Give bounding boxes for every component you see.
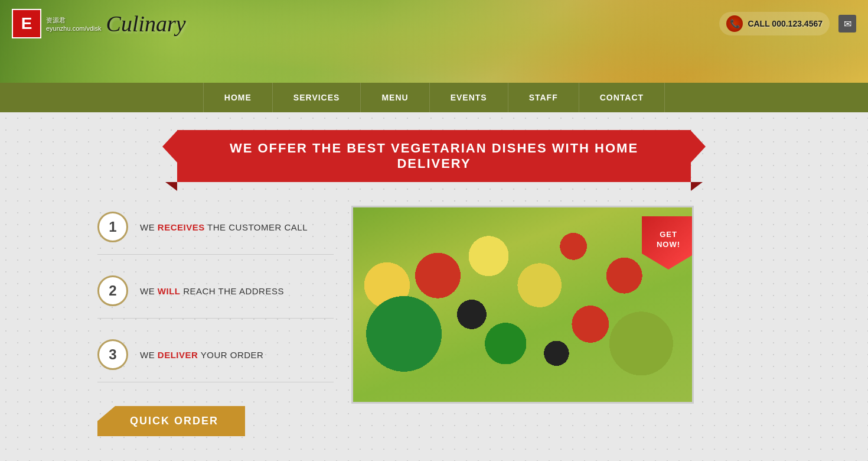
step-3-highlight: DELIVER — [158, 350, 198, 360]
step-1-prefix: WE — [140, 222, 158, 232]
nav-item-services[interactable]: SERVICES — [273, 83, 361, 112]
phone-number: CALL 000.123.4567 — [748, 19, 823, 28]
logo-text-area: 资源君 eyunzhu.com/vdisk — [46, 16, 102, 32]
phone-area: 📞 CALL 000.123.4567 — [719, 12, 830, 35]
quick-order-area: QUICK ORDER — [97, 406, 334, 436]
step-item-2: 2 WE WILL REACH THE ADDRESS — [97, 275, 334, 319]
main-content: WE OFFER THE BEST VEGETARIAN DISHES WITH… — [0, 112, 868, 461]
logo-area: E 资源君 eyunzhu.com/vdisk Culinary — [12, 9, 186, 38]
logo-icon: E — [12, 9, 41, 38]
email-icon[interactable]: ✉ — [838, 15, 856, 33]
ribbon-right-tail — [691, 182, 703, 191]
nav-inner: HOME SERVICES MENU EVENTS STAFF CONTACT — [203, 83, 665, 112]
step-2-highlight: WILL — [158, 286, 181, 296]
step-circle-2: 2 — [97, 275, 128, 306]
step-text-1: WE RECEIVES THE CUSTOMER CALL — [140, 222, 308, 232]
hero-section: E 资源君 eyunzhu.com/vdisk Culinary 📞 CALL … — [0, 0, 868, 83]
food-image: GETNOW! — [351, 206, 694, 404]
logo-sub1: 资源君 — [46, 16, 102, 25]
steps-section: 1 WE RECEIVES THE CUSTOMER CALL 2 WE WIL… — [97, 206, 334, 436]
step-2-suffix: REACH THE ADDRESS — [181, 286, 284, 296]
nav-item-home[interactable]: HOME — [203, 83, 273, 112]
step-circle-1: 1 — [97, 212, 128, 242]
food-image-section: GETNOW! — [351, 206, 771, 404]
nav-item-staff[interactable]: STAFF — [508, 83, 579, 112]
quick-order-button[interactable]: QUICK ORDER — [97, 406, 245, 436]
step-text-2: WE WILL REACH THE ADDRESS — [140, 286, 284, 296]
brand-name: Culinary — [106, 11, 186, 37]
banner-ribbon: WE OFFER THE BEST VEGETARIAN DISHES WITH… — [177, 130, 691, 182]
step-1-highlight: RECEIVES — [158, 222, 205, 232]
ribbon-left-tail — [165, 182, 177, 191]
nav-item-contact[interactable]: CONTACT — [579, 83, 665, 112]
step-circle-3: 3 — [97, 339, 128, 370]
content-row: 1 WE RECEIVES THE CUSTOMER CALL 2 WE WIL… — [97, 206, 771, 436]
step-3-prefix: WE — [140, 350, 158, 360]
header-right: 📞 CALL 000.123.4567 ✉ — [719, 12, 856, 35]
get-now-line1: GETNOW! — [657, 230, 680, 250]
step-2-prefix: WE — [140, 286, 158, 296]
banner-ribbon-container: WE OFFER THE BEST VEGETARIAN DISHES WITH… — [177, 130, 691, 182]
banner-text: WE OFFER THE BEST VEGETARIAN DISHES WITH… — [230, 141, 638, 171]
logo-sub2: eyunzhu.com/vdisk — [46, 25, 102, 32]
step-3-suffix: YOUR ORDER — [198, 350, 263, 360]
nav-item-menu[interactable]: MENU — [361, 83, 429, 112]
step-item-1: 1 WE RECEIVES THE CUSTOMER CALL — [97, 212, 334, 255]
phone-icon: 📞 — [726, 15, 743, 32]
nav-item-events[interactable]: EVENTS — [430, 83, 508, 112]
step-1-suffix: THE CUSTOMER CALL — [205, 222, 308, 232]
step-item-3: 3 WE DELIVER YOUR ORDER — [97, 339, 334, 382]
step-text-3: WE DELIVER YOUR ORDER — [140, 350, 263, 360]
get-now-badge[interactable]: GETNOW! — [642, 216, 694, 270]
main-nav: HOME SERVICES MENU EVENTS STAFF CONTACT — [0, 83, 868, 112]
